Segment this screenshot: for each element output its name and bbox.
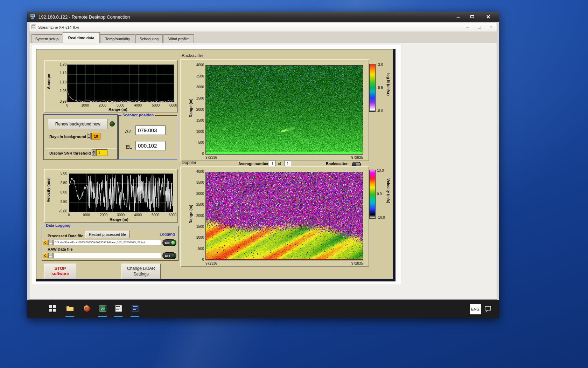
ascope-xtick: 3000: [113, 103, 127, 107]
raw-path-field[interactable]: [53, 253, 161, 258]
raw-logging-toggle[interactable]: OFF: [162, 252, 176, 259]
ascope-y-axis-label: A-scope: [47, 74, 51, 89]
rays-value-box[interactable]: 10: [91, 133, 100, 139]
renew-background-button[interactable]: Renew background now: [48, 119, 107, 129]
backscatter-ytick: 3500: [191, 74, 204, 78]
el-label: EL: [126, 144, 132, 150]
spinner-down-icon[interactable]: [87, 136, 91, 139]
processed-drive-button[interactable]: C: [43, 240, 48, 245]
notification-chat-button[interactable]: [484, 306, 491, 313]
scanner-position-group: Scanner position AZ 079.003 EL 000.102: [118, 115, 177, 159]
raw-drive-button[interactable]: C: [43, 253, 48, 258]
rdp-minimize-button[interactable]: –: [452, 13, 464, 21]
scan-scheduler-button[interactable]: [114, 304, 123, 313]
doppler-ytick: 1000: [191, 236, 204, 239]
ascope-ytick: 0.99: [53, 100, 66, 103]
snr-value-box[interactable]: 1: [96, 149, 107, 156]
tabstrip: System setup Real time data Temp/humidit…: [29, 32, 497, 43]
restart-processed-file-button[interactable]: Restart processed file: [85, 231, 130, 238]
document-app-icon: [132, 305, 139, 312]
processed-logging-toggle[interactable]: ON: [162, 239, 176, 246]
velocity-canvas: [69, 174, 173, 212]
backscatter-cbar-tick: -8.0: [377, 109, 388, 113]
ascope-ytick: 1.20: [53, 62, 66, 66]
stop-software-button[interactable]: STOP software: [44, 264, 76, 279]
backscatter-switch-label: Backscatter: [326, 162, 348, 166]
ascope-xtick: 1000: [78, 103, 92, 107]
remote-desktop-area: StreamLine XR v14-6.vi – × System setup …: [27, 22, 499, 318]
backscatter-ytick: 0: [191, 152, 204, 156]
processed-path-field[interactable]: C:\Lidar\Data\Proc\2023\202309\20230913\…: [53, 240, 161, 245]
logging-label: Logging: [160, 232, 175, 236]
doppler-ytick: 3000: [191, 192, 204, 196]
rdp-window: 192.168.0.122 - Remote Desktop Connectio…: [27, 12, 499, 318]
file-explorer-button[interactable]: [66, 304, 74, 313]
velocity-ytick: 0.00: [54, 190, 67, 194]
rdp-maximize-button[interactable]: [466, 13, 478, 21]
doppler-ytick: 3500: [191, 180, 204, 184]
rdp-titlebar[interactable]: 192.168.0.122 - Remote Desktop Connectio…: [27, 12, 499, 22]
ascope-xtick: 4000: [131, 103, 145, 107]
backscatter-ytick: 1000: [191, 130, 204, 134]
velocity-xtick: 3000: [114, 213, 128, 217]
ascope-ytick: 1.05: [53, 89, 66, 93]
taskbar-active-indicator: [114, 316, 122, 317]
windows-start-icon: [49, 305, 56, 312]
app-icon: [31, 25, 36, 30]
average-of-label: of: [278, 162, 281, 166]
ascope-plot: [67, 64, 174, 102]
ascope-xtick: 2000: [96, 103, 110, 107]
app-maximize-button[interactable]: [478, 26, 481, 29]
logging-on-lamp: [171, 240, 175, 245]
app-titlebar[interactable]: StreamLine XR v14-6.vi – ×: [29, 23, 497, 32]
change-lidar-settings-button[interactable]: Change LiDAR Settings: [121, 264, 161, 279]
ascope-ytick: 1.15: [53, 71, 66, 75]
ascope-canvas: [68, 65, 174, 102]
ascope-xtick: 5000: [149, 103, 163, 107]
snr-spinner[interactable]: [92, 149, 96, 156]
scan-scheduler-icon: [115, 305, 122, 312]
firefox-button[interactable]: [83, 304, 91, 313]
tab-system-setup[interactable]: System setup: [31, 34, 62, 43]
backscatter-heatmap: [205, 65, 363, 155]
image-viewer-button[interactable]: [99, 304, 107, 313]
start-button[interactable]: [48, 304, 57, 313]
firefox-icon: [83, 305, 90, 312]
close-icon: ×: [486, 13, 490, 21]
velocity-xtick: 1000: [79, 213, 93, 217]
doppler-x-end: 972835: [342, 261, 363, 265]
tab-temp-humidity[interactable]: Temp/humidity: [100, 34, 135, 43]
doppler-ytick: 2000: [191, 214, 204, 218]
velocity-plot: [69, 173, 173, 212]
document-app-button[interactable]: [131, 304, 139, 313]
raw-data-file-label: RAW Data file: [48, 247, 73, 251]
velocity-xtick: 4000: [131, 213, 145, 217]
app-close-button[interactable]: ×: [490, 25, 492, 30]
velocity-ytick: 5.00: [54, 171, 67, 175]
rays-spinner[interactable]: [87, 133, 91, 139]
raw-browse-button[interactable]: [48, 253, 53, 258]
tab-real-time-data[interactable]: Real time data: [63, 32, 100, 43]
remote-taskbar: ENG: [27, 300, 499, 318]
data-logging-title: Data Logging: [45, 223, 71, 227]
velocity-xtick: 2000: [97, 213, 111, 217]
backscatter-cbar-tick: -3.0: [377, 63, 388, 67]
language-indicator[interactable]: ENG: [470, 304, 481, 314]
velocity-xtick: 6000: [166, 213, 180, 217]
spinner-up-icon[interactable]: [92, 149, 96, 152]
rays-in-background-label: Rays in background: [49, 135, 86, 139]
spinner-down-icon[interactable]: [92, 152, 96, 156]
processed-browse-button[interactable]: [48, 240, 53, 245]
tab-scheduling[interactable]: Scheduling: [135, 34, 163, 43]
spinner-up-icon[interactable]: [87, 133, 91, 136]
tab-wind-profile[interactable]: Wind profile: [163, 34, 194, 43]
ascope-ytick: 1.10: [53, 80, 66, 84]
app-minimize-button[interactable]: –: [466, 25, 469, 30]
app-window-title: StreamLine XR v14-6.vi: [38, 25, 79, 29]
rdp-close-button[interactable]: ×: [480, 13, 496, 21]
taskbar-active-indicator: [65, 316, 74, 317]
doppler-ytick: 4000: [191, 170, 204, 173]
backscatter-ytick: 4000: [191, 63, 204, 67]
doppler-x-start: 972336: [205, 261, 217, 265]
doppler-graph-frame: Range (m) 4000 3500 3000 2500 2000 1500 …: [180, 166, 369, 267]
